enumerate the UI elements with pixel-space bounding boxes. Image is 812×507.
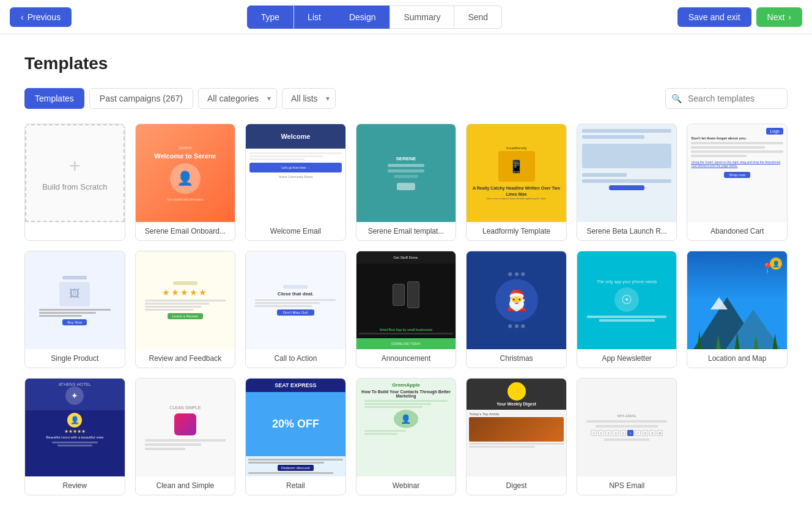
template-thumb-serene-beta: [577, 124, 677, 222]
template-label-serene-onboard: Serene Email Onboard...: [136, 222, 235, 240]
template-thumb-digest: ⚡ Your Weekly Digest Today's Top Article: [467, 379, 566, 476]
template-serene-onboard[interactable]: serene Welcome to Serene 👤 Get started w…: [135, 124, 236, 241]
template-app-newsletter[interactable]: The only app your phone needs ☉ App News…: [577, 251, 677, 368]
template-label-leadformly: Leadformly Template: [467, 222, 566, 240]
template-review-feedback[interactable]: ★★★★★ Leave a Review Review and Feedback: [135, 251, 236, 368]
template-thumb-scratch: + Build from Scratch: [25, 124, 125, 222]
filter-past-campaigns-tab[interactable]: Past campaigns (267): [89, 88, 193, 109]
search-box: 🔍: [665, 88, 788, 109]
page-title: Templates: [24, 54, 788, 73]
template-welcome-email[interactable]: Welcome Let's go from here → Active Comm…: [245, 124, 346, 241]
template-label-digest: Digest: [467, 476, 566, 495]
template-label-christmas: Christmas: [467, 349, 566, 368]
template-label-nps: NPS Email: [577, 476, 677, 495]
template-label-serene-beta: Serene Beta Launch R...: [577, 222, 677, 240]
template-thumb-serene-teal: SERENE: [356, 124, 456, 222]
template-label-review-feedback: Review and Feedback: [136, 349, 235, 368]
template-label-cta: Call to Action: [246, 349, 345, 368]
template-thumb-retail: SEAT EXPRESS 20% OFF Redeem discount: [246, 379, 345, 476]
step-tab-type[interactable]: Type: [247, 6, 293, 29]
template-webinar[interactable]: GreenApple How To Build Your Contacts Th…: [356, 378, 457, 495]
template-retail[interactable]: SEAT EXPRESS 20% OFF Redeem discount Ret…: [245, 378, 346, 495]
template-label-webinar: Webinar: [356, 476, 456, 495]
template-thumb-clean: CLEAN SIMPLE: [136, 379, 235, 476]
template-serene-teal[interactable]: SERENE Serene Email templat...: [356, 124, 457, 241]
template-label-hotel: Review: [25, 476, 125, 495]
save-exit-button[interactable]: Save and exit: [677, 7, 751, 27]
template-thumb-location: 📍 👤: [687, 251, 787, 349]
template-thumb-hotel: ATHENS HOTEL ✦ 👤 ★★★★★ Beautiful room wi…: [25, 379, 125, 476]
topbar-right: Save and exit Next ›: [677, 7, 802, 27]
template-label-welcome: Welcome Email: [246, 222, 345, 240]
step-tabs: Type List Design Summary Send: [247, 6, 502, 29]
step-tab-design[interactable]: Design: [335, 6, 390, 29]
template-hotel-review[interactable]: ATHENS HOTEL ✦ 👤 ★★★★★ Beautiful room wi…: [24, 378, 125, 495]
main-content: Templates Templates Past campaigns (267)…: [0, 34, 812, 507]
template-thumb-serene-onboard: serene Welcome to Serene 👤 Get started w…: [136, 124, 235, 222]
template-label-serene-teal: Serene Email templat...: [356, 222, 456, 240]
next-button[interactable]: Next ›: [756, 7, 802, 27]
categories-select-wrapper: All categories: [198, 88, 277, 109]
lists-select-wrapper: All lists: [282, 88, 336, 109]
template-thumb-leadformly: •Leadformly 📱 A Really Catchy Headline W…: [467, 124, 566, 222]
chevron-left-icon: ‹: [21, 12, 24, 22]
previous-button[interactable]: ‹ Previous: [10, 7, 72, 27]
template-nps[interactable]: NPS EMAIL 1 2 3 4 5 6 7 8 9 10: [577, 378, 677, 495]
template-label-app-newsletter: App Newsletter: [577, 349, 677, 368]
template-clean-simple[interactable]: CLEAN SIMPLE Clean and Simple: [135, 378, 236, 495]
template-label-retail: Retail: [246, 476, 345, 495]
template-thumb-review: ★★★★★ Leave a Review: [136, 251, 235, 349]
template-location-map[interactable]: 📍 👤 Location and Map: [687, 251, 788, 368]
template-scratch[interactable]: + Build from Scratch: [24, 124, 125, 241]
template-christmas[interactable]: ❄ ❄ ❄ 🎅 ❄ ❄ ❄ Christmas: [466, 251, 567, 368]
template-single-product[interactable]: 🖼 Buy Now Single Product: [24, 251, 125, 368]
search-icon: 🔍: [671, 94, 682, 103]
lists-select[interactable]: All lists: [282, 88, 336, 109]
template-thumb-welcome: Welcome Let's go from here → Active Comm…: [246, 124, 345, 222]
topbar-left: ‹ Previous: [10, 7, 72, 27]
template-thumb-christmas: ❄ ❄ ❄ 🎅 ❄ ❄ ❄: [467, 251, 566, 349]
template-abandoned-cart[interactable]: Logo Don't let them forget about you. Us…: [687, 124, 788, 241]
save-exit-label: Save and exit: [688, 12, 740, 22]
plus-icon: +: [69, 155, 81, 177]
template-label-clean: Clean and Simple: [136, 476, 235, 495]
template-thumb-cta: Close that deal. Don't Miss Out!: [246, 251, 345, 349]
template-announcement[interactable]: Get Stuff Done. Voted Best App by small …: [356, 251, 457, 368]
step-tab-summary[interactable]: Summary: [389, 6, 454, 29]
categories-select[interactable]: All categories: [198, 88, 277, 109]
template-serene-beta[interactable]: Serene Beta Launch R...: [577, 124, 677, 241]
template-label-abandoned: Abandoned Cart: [687, 222, 787, 240]
chevron-right-icon: ›: [788, 12, 791, 22]
template-thumb-announcement: Get Stuff Done. Voted Best App by small …: [356, 251, 456, 349]
image-icon: 🖼: [69, 287, 80, 300]
template-thumb-app-newsletter: The only app your phone needs ☉: [577, 251, 677, 349]
scratch-label: Build from Scratch: [42, 182, 107, 191]
template-label-single-product: Single Product: [25, 349, 125, 368]
template-leadformly[interactable]: •Leadformly 📱 A Really Catchy Headline W…: [466, 124, 567, 241]
step-tab-send[interactable]: Send: [454, 6, 502, 29]
template-grid: + Build from Scratch serene Welcome to S…: [24, 124, 788, 495]
template-label-announcement: Announcement: [356, 349, 456, 368]
next-label: Next: [767, 12, 785, 22]
template-label-location: Location and Map: [687, 349, 787, 368]
template-thumb-nps: NPS EMAIL 1 2 3 4 5 6 7 8 9 10: [577, 379, 677, 476]
previous-label: Previous: [28, 12, 61, 22]
topbar: ‹ Previous Type List Design Summary Send…: [0, 0, 812, 34]
template-thumb-abandoned: Logo Don't let them forget about you. Us…: [687, 124, 787, 222]
filter-templates-tab[interactable]: Templates: [24, 88, 84, 109]
filter-bar: Templates Past campaigns (267) All categ…: [24, 88, 788, 109]
template-digest[interactable]: ⚡ Your Weekly Digest Today's Top Article…: [466, 378, 567, 495]
template-cta[interactable]: Close that deal. Don't Miss Out! Call to…: [245, 251, 346, 368]
step-tab-list[interactable]: List: [293, 6, 335, 29]
template-thumb-single-product: 🖼 Buy Now: [25, 251, 125, 349]
template-thumb-webinar: GreenApple How To Build Your Contacts Th…: [356, 379, 456, 476]
search-input[interactable]: [665, 88, 788, 109]
